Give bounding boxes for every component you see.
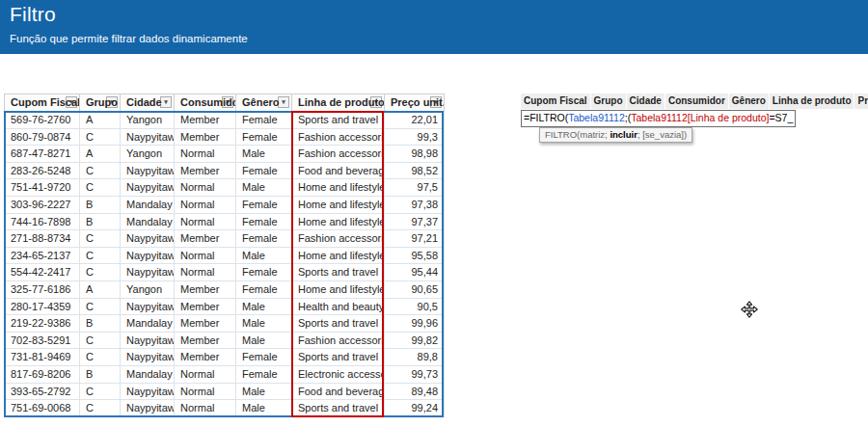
- cell[interactable]: 97,37: [385, 213, 445, 230]
- cell[interactable]: C: [80, 247, 121, 264]
- cell[interactable]: Normal: [175, 365, 236, 383]
- cell[interactable]: Member: [175, 349, 236, 366]
- cell[interactable]: A: [80, 280, 121, 298]
- cell[interactable]: B: [80, 196, 121, 213]
- cell[interactable]: 280-17-4359: [5, 298, 80, 315]
- cell[interactable]: Member: [175, 128, 236, 146]
- cell[interactable]: Member: [175, 315, 236, 333]
- cell[interactable]: 89,48: [385, 383, 445, 400]
- cell[interactable]: Home and lifestyle: [292, 196, 385, 213]
- cell[interactable]: C: [80, 162, 121, 179]
- cell[interactable]: 569-76-2760: [5, 112, 80, 129]
- cell[interactable]: Normal: [175, 146, 236, 163]
- cell[interactable]: Male: [236, 146, 292, 163]
- cell[interactable]: B: [80, 365, 121, 383]
- cell[interactable]: 325-77-6186: [5, 280, 80, 298]
- cell[interactable]: 751-69-0068: [5, 400, 80, 417]
- cell[interactable]: B: [80, 315, 121, 333]
- cell[interactable]: 687-47-8271: [5, 146, 80, 163]
- cell[interactable]: Naypyitaw: [121, 247, 175, 264]
- cell[interactable]: Fashion accessories: [292, 230, 385, 248]
- cell[interactable]: C: [80, 298, 121, 315]
- cell[interactable]: Yangon: [121, 280, 175, 298]
- cell[interactable]: 99,3: [385, 128, 445, 146]
- cell[interactable]: Naypyitaw: [121, 349, 175, 366]
- cell[interactable]: Female: [236, 365, 292, 383]
- cell[interactable]: 860-79-0874: [5, 128, 80, 146]
- cell[interactable]: C: [80, 332, 121, 349]
- cell[interactable]: 817-69-8206: [5, 365, 80, 383]
- cell[interactable]: Normal: [175, 264, 236, 281]
- cell[interactable]: 97,21: [385, 230, 445, 248]
- cell[interactable]: 731-81-9469: [5, 349, 80, 366]
- cell[interactable]: Member: [175, 230, 236, 248]
- cell[interactable]: Normal: [175, 196, 236, 213]
- cell[interactable]: Male: [236, 315, 292, 333]
- cell[interactable]: Female: [236, 230, 292, 248]
- cell[interactable]: Sports and travel: [292, 400, 385, 417]
- cell[interactable]: Male: [236, 247, 292, 264]
- cell[interactable]: 89,8: [385, 349, 445, 366]
- cell[interactable]: 99,73: [385, 365, 445, 383]
- cell[interactable]: Normal: [175, 247, 236, 264]
- cell[interactable]: 219-22-9386: [5, 315, 80, 333]
- cell[interactable]: Naypyitaw: [121, 298, 175, 315]
- cell[interactable]: C: [80, 230, 121, 248]
- cell[interactable]: 99,82: [385, 332, 445, 349]
- cell[interactable]: Home and lifestyle: [292, 213, 385, 230]
- cell[interactable]: Fashion accessories: [292, 332, 385, 349]
- cell[interactable]: Normal: [175, 400, 236, 417]
- cell[interactable]: Sports and travel: [292, 315, 385, 333]
- cell[interactable]: Normal: [175, 179, 236, 197]
- cell[interactable]: 702-83-5291: [5, 332, 80, 349]
- cell[interactable]: Home and lifestyle: [292, 280, 385, 298]
- cell[interactable]: Health and beauty: [292, 298, 385, 315]
- cell[interactable]: 234-65-2137: [5, 247, 80, 264]
- cell[interactable]: Naypyitaw: [121, 230, 175, 248]
- cell[interactable]: Naypyitaw: [121, 383, 175, 400]
- cell[interactable]: 99,96: [385, 315, 445, 333]
- cell[interactable]: Female: [236, 128, 292, 146]
- cell[interactable]: Yangon: [121, 112, 175, 129]
- cell[interactable]: Male: [236, 383, 292, 400]
- cell[interactable]: 283-26-5248: [5, 162, 80, 179]
- cell[interactable]: Fashion accessories: [292, 146, 385, 163]
- cell[interactable]: 97,38: [385, 196, 445, 213]
- cell[interactable]: C: [80, 400, 121, 417]
- cell[interactable]: Male: [236, 332, 292, 349]
- cell[interactable]: 95,44: [385, 264, 445, 281]
- cell[interactable]: Mandalay: [121, 213, 175, 230]
- cell[interactable]: 98,52: [385, 162, 445, 179]
- cell[interactable]: Female: [236, 162, 292, 179]
- cell[interactable]: Male: [236, 179, 292, 197]
- cell[interactable]: Fashion accessories: [292, 128, 385, 146]
- cell[interactable]: Female: [236, 196, 292, 213]
- cell[interactable]: 22,01: [385, 112, 445, 129]
- cell[interactable]: Mandalay: [121, 315, 175, 333]
- cell[interactable]: Normal: [175, 213, 236, 230]
- cell[interactable]: 90,65: [385, 280, 445, 298]
- cell[interactable]: Home and lifestyle: [292, 179, 385, 197]
- cell[interactable]: 98,98: [385, 146, 445, 163]
- cell[interactable]: 744-16-7898: [5, 213, 80, 230]
- cell[interactable]: A: [80, 112, 121, 129]
- cell[interactable]: Member: [175, 112, 236, 129]
- cell[interactable]: 95,58: [385, 247, 445, 264]
- cell[interactable]: Member: [175, 298, 236, 315]
- cell[interactable]: Male: [236, 400, 292, 417]
- cell[interactable]: Food and beverages: [292, 383, 385, 400]
- cell[interactable]: Female: [236, 280, 292, 298]
- cell[interactable]: Member: [175, 280, 236, 298]
- cell[interactable]: Mandalay: [121, 196, 175, 213]
- cell[interactable]: Member: [175, 332, 236, 349]
- cell[interactable]: Naypyitaw: [121, 332, 175, 349]
- cell[interactable]: 751-41-9720: [5, 179, 80, 197]
- cell[interactable]: 393-65-2792: [5, 383, 80, 400]
- cell[interactable]: Male: [236, 298, 292, 315]
- cell[interactable]: 271-88-8734: [5, 230, 80, 248]
- cell[interactable]: 97,5: [385, 179, 445, 197]
- cell[interactable]: Food and beverages: [292, 162, 385, 179]
- cell[interactable]: 554-42-2417: [5, 264, 80, 281]
- cell[interactable]: Yangon: [121, 146, 175, 163]
- cell[interactable]: B: [80, 213, 121, 230]
